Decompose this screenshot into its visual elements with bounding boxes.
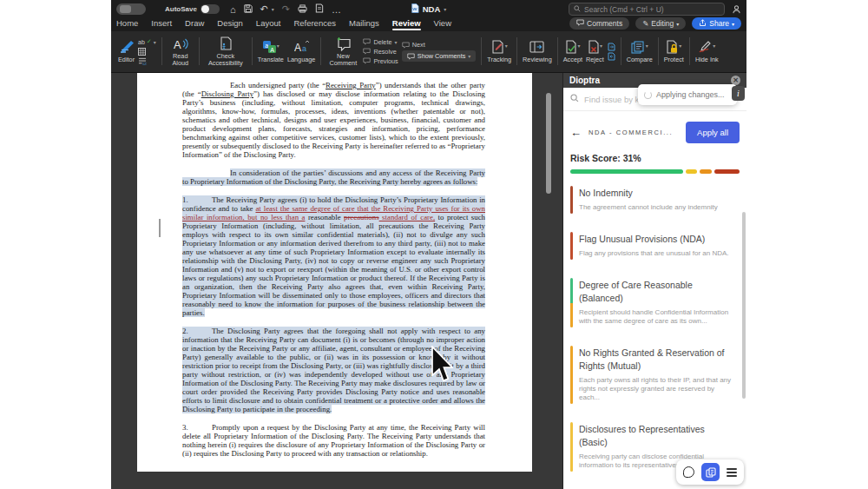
card-title: Disclosures to Representatives (Basic) [579,423,734,449]
window-controls[interactable] [116,3,146,15]
autosave-label: AutoSave [165,5,197,13]
check-accessibility-button[interactable]: Check Accessibility [205,36,247,66]
tab-mailings[interactable]: Mailings [349,18,379,31]
next-change-icon[interactable] [608,52,615,60]
panel-scrollbar[interactable] [742,212,746,399]
tab-view[interactable]: View [434,18,451,31]
undo-chevron-icon[interactable]: ▾ [272,6,274,12]
accept-icon: ▾ [565,40,580,55]
previous-comment-button[interactable]: Previous [363,57,398,65]
more-commands-icon[interactable]: … [332,4,341,15]
tab-references[interactable]: References [293,18,336,31]
tab-insert[interactable]: Insert [151,18,172,31]
word-count-icon[interactable]: 123 [138,57,147,65]
card-description: Flag any provisions that are unusual for… [579,249,734,258]
editor-button[interactable]: Editor [118,40,135,63]
risk-segment [570,169,683,174]
share-button[interactable]: Share▾ [692,17,741,30]
card-accent [570,278,573,327]
apply-all-button[interactable]: Apply all [686,122,740,143]
reviewing-button[interactable]: Reviewing [523,40,552,63]
risk-score-label: Risk Score: 31% [563,150,746,169]
floating-toolbar [676,459,744,485]
spelling-icon[interactable]: ab✓▾ [138,38,156,46]
tracking-button[interactable]: ▾ Tracking [487,40,511,63]
card-description: The agreement cannot include any indemni… [579,203,734,212]
svg-text:a: a [302,44,306,53]
compare-icon: ▾ [631,40,648,55]
comments-button[interactable]: Comments [569,17,629,30]
search-input[interactable]: Search (Cmd + Ctrl + U) [569,3,725,16]
resolve-comment-button[interactable]: Resolve [363,48,398,56]
new-comment-button[interactable]: New Comment [326,36,359,66]
svg-text:A: A [294,42,301,54]
home-icon[interactable]: ⌂ [230,4,236,15]
paragraph: In consideration of the parties’ discuss… [182,169,485,186]
tab-draw[interactable]: Draw [185,18,204,31]
protect-icon: ▾ [666,40,681,55]
language-button[interactable]: Aa Language [287,40,315,63]
risk-segment [714,169,740,174]
issue-card[interactable]: Degree of Care Reasonable (Balanced)Reci… [570,279,734,326]
save-icon[interactable] [244,4,253,15]
check-accessibility-icon [220,36,232,51]
protect-button[interactable]: ▾ Protect [664,40,684,63]
documents-view-button[interactable] [701,463,720,481]
table-grid-icon[interactable] [138,48,146,56]
next-comment-button[interactable]: Next [402,41,477,49]
word-window: AutoSave ⌂ ↶▾ ↷ … NDA ▾ Search (Cmd [111,0,746,489]
issue-cards: No IndemnityThe agreement cannot include… [563,174,746,489]
tab-design[interactable]: Design [217,18,243,31]
search-icon [574,5,581,14]
share-icon [699,19,707,29]
previous-change-icon[interactable] [608,43,615,50]
compare-button[interactable]: ▾ Compare [627,40,653,63]
show-comments-button[interactable]: Show Comments▾ [402,50,477,62]
document-canvas: Each undersigned party (the “Receiving P… [111,73,562,489]
svg-text:123: 123 [142,61,147,64]
reviewing-pane-icon [529,40,544,55]
autosave-toggle[interactable] [201,4,220,14]
svg-text:A: A [270,47,274,53]
autosave-toggle-group: AutoSave [165,4,220,14]
panel-title: Dioptra [569,76,600,85]
style-doc-icon[interactable] [315,3,324,15]
tab-layout[interactable]: Layout [256,18,281,31]
accept-changes-button[interactable]: ▾ Accept [563,40,582,63]
pencil-icon: ✎ [642,19,648,28]
reject-changes-button[interactable]: ▾ Reject [586,40,604,63]
read-aloud-icon: A [173,36,188,51]
read-aloud-button[interactable]: A Read Aloud [168,36,194,66]
tab-home[interactable]: Home [116,18,138,31]
delete-comment-button[interactable]: Delete▾ [363,38,398,46]
new-comment-icon [335,36,352,51]
document-page[interactable]: Each undersigned party (the “Receiving P… [137,73,532,472]
issue-card[interactable]: Flag Unusual Provisions (NDA)Flag any pr… [570,233,734,258]
card-description: Recipient should handle Confidential Inf… [579,308,734,326]
card-description: Each party owns all rights to their IP, … [579,376,734,402]
undo-icon[interactable]: ↶ [260,3,268,15]
print-icon[interactable] [298,4,307,15]
document-scrollbar[interactable] [546,93,551,194]
word-doc-icon [411,3,419,15]
risk-segment [686,169,697,174]
card-accent [570,422,573,472]
chat-icon[interactable] [683,466,694,478]
editor-icon [119,40,135,55]
paragraph: 3.Promptly upon a request by the Disclos… [182,423,485,458]
document-title[interactable]: NDA ▾ [411,0,447,18]
translate-button[interactable]: aA▾ Translate [258,40,284,63]
account-icon[interactable] [732,2,741,17]
risk-bar [563,169,746,174]
redo-icon: ↷ [282,3,290,15]
issue-card[interactable]: No Rights Granted & Reservation of Right… [570,347,734,402]
tab-review[interactable]: Review [392,18,421,31]
menu-icon[interactable] [727,468,737,477]
card-title: Flag Unusual Provisions (NDA) [579,233,734,246]
editing-mode-button[interactable]: ✎ Editing▾ [635,17,686,30]
hide-ink-button[interactable]: ▾ Hide Ink [695,40,719,63]
back-arrow-icon[interactable]: ← [570,127,582,138]
card-accent [570,346,573,404]
info-button[interactable]: i [732,86,745,101]
issue-card[interactable]: No IndemnityThe agreement cannot include… [570,187,734,212]
